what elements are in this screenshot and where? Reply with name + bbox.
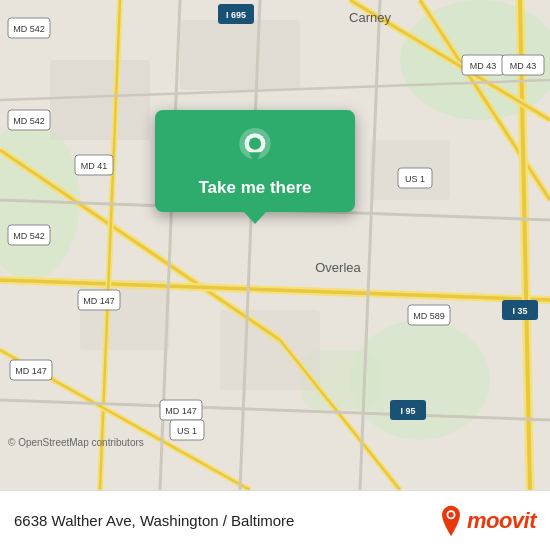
svg-text:US 1: US 1 (405, 174, 425, 184)
svg-text:MD 542: MD 542 (13, 24, 45, 34)
svg-point-69 (448, 512, 453, 517)
moovit-logo: moovit (437, 504, 536, 538)
svg-rect-5 (50, 60, 150, 140)
svg-text:MD 542: MD 542 (13, 231, 45, 241)
svg-text:MD 589: MD 589 (413, 311, 445, 321)
svg-text:MD 147: MD 147 (165, 406, 197, 416)
svg-text:Carney: Carney (349, 10, 391, 25)
svg-point-66 (249, 138, 261, 150)
moovit-pin-icon (437, 504, 465, 538)
svg-text:I 695: I 695 (226, 10, 246, 20)
svg-text:I 95: I 95 (400, 406, 415, 416)
map-background: MD 542 MD 542 MD 542 MD 41 MD 147 MD 147… (0, 0, 550, 490)
bottom-bar: 6638 Walther Ave, Washington / Baltimore… (0, 490, 550, 550)
svg-rect-8 (220, 310, 320, 390)
location-pin-icon (235, 128, 275, 168)
svg-text:MD 147: MD 147 (15, 366, 47, 376)
svg-text:MD 43: MD 43 (510, 61, 537, 71)
take-me-there-popup[interactable]: Take me there (155, 110, 355, 212)
svg-text:MD 542: MD 542 (13, 116, 45, 126)
address-text: 6638 Walther Ave, Washington / Baltimore (14, 512, 437, 529)
svg-text:Overlea: Overlea (315, 260, 361, 275)
svg-text:MD 41: MD 41 (81, 161, 108, 171)
svg-text:US 1: US 1 (177, 426, 197, 436)
svg-text:MD 147: MD 147 (83, 296, 115, 306)
svg-text:I 35: I 35 (512, 306, 527, 316)
svg-rect-6 (180, 20, 300, 90)
take-me-there-label: Take me there (198, 178, 311, 198)
copyright-text: © OpenStreetMap contributors (8, 437, 144, 448)
svg-text:MD 43: MD 43 (470, 61, 497, 71)
moovit-wordmark: moovit (467, 508, 536, 534)
map-container: MD 542 MD 542 MD 542 MD 41 MD 147 MD 147… (0, 0, 550, 490)
